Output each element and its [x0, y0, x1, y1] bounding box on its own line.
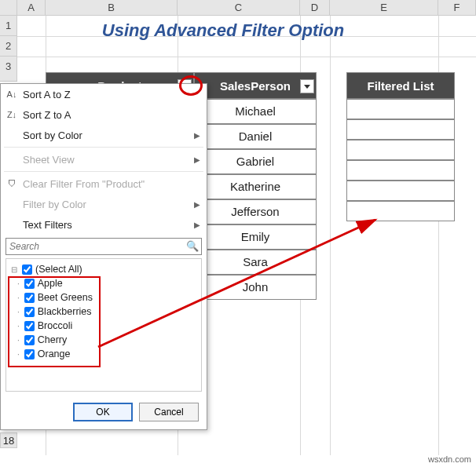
cell-salesperson[interactable]: Sara [194, 250, 317, 275]
menu-sheet-view: Sheet View ▶ [1, 149, 207, 170]
row-header-3[interactable]: 3 [0, 57, 17, 82]
cell-filtered[interactable] [346, 160, 455, 181]
menu-text-filters[interactable]: Text Filters ▶ [1, 214, 207, 235]
menu-clear-filter: ⛉ Clear Filter From "Product" [1, 173, 207, 194]
chevron-right-icon: ▶ [194, 131, 200, 140]
checkbox-item[interactable] [24, 279, 35, 289]
cell-salesperson[interactable]: Daniel [194, 124, 317, 149]
menu-filter-color-label: Filter by Color [23, 199, 86, 210]
item-label: Blackberries [38, 306, 92, 317]
sort-za-icon: Z↓ [5, 108, 18, 121]
filter-dropdown-salesperson[interactable] [300, 79, 314, 93]
page-title: Using Advanced Filter Option [74, 20, 372, 41]
checkbox-item[interactable] [24, 321, 35, 331]
checkbox-item[interactable] [24, 293, 35, 303]
chevron-right-icon: ▶ [194, 221, 200, 229]
cell-filtered[interactable] [346, 181, 455, 201]
header-salesperson[interactable]: SalesPerson [194, 72, 317, 99]
select-all-label: (Select All) [35, 264, 82, 275]
cell-filtered[interactable] [346, 119, 455, 140]
header-sales-label: SalesPerson [220, 79, 291, 93]
cell-filtered[interactable] [346, 201, 455, 221]
column-headers: A B C D E F [0, 0, 476, 16]
filter-menu: A↓ Sort A to Z Z↓ Sort Z to A Sort by Co… [0, 83, 207, 430]
menu-filter-by-color: Filter by Color ▶ [1, 194, 207, 214]
col-header-e[interactable]: E [330, 0, 438, 15]
item-label: Orange [38, 348, 71, 359]
checkbox-item[interactable] [24, 307, 35, 317]
menu-sort-az-label: Sort A to Z [23, 89, 71, 100]
item-label: Cherry [38, 334, 68, 345]
search-icon: 🔍 [186, 240, 199, 252]
menu-sort-color-label: Sort by Color [23, 130, 82, 141]
col-header-f[interactable]: F [438, 0, 476, 15]
menu-sort-za[interactable]: Z↓ Sort Z to A [1, 104, 207, 125]
menu-sheet-view-label: Sheet View [23, 154, 75, 166]
cell-salesperson[interactable]: John [194, 275, 317, 300]
item-label: Beet Greens [38, 292, 93, 303]
menu-text-filters-label: Text Filters [23, 219, 72, 231]
sort-az-icon: A↓ [5, 88, 18, 100]
select-all-corner[interactable] [0, 0, 17, 15]
menu-clear-label: Clear Filter From "Product" [23, 178, 145, 190]
row-header-2[interactable]: 2 [0, 36, 17, 57]
chevron-right-icon: ▶ [194, 200, 200, 209]
ok-button[interactable]: OK [73, 403, 133, 421]
menu-sort-by-color[interactable]: Sort by Color ▶ [1, 125, 207, 145]
cancel-button[interactable]: Cancel [139, 403, 199, 421]
checkbox-item[interactable] [24, 335, 35, 345]
cell-salesperson[interactable]: Gabriel [194, 149, 317, 174]
menu-sort-az[interactable]: A↓ Sort A to Z [1, 84, 207, 104]
menu-sort-za-label: Sort Z to A [23, 109, 71, 121]
col-header-d[interactable]: D [300, 0, 330, 15]
col-header-c[interactable]: C [178, 0, 300, 15]
header-filtered-label: Filtered List [367, 79, 434, 93]
cell-filtered[interactable] [346, 140, 455, 160]
checkbox-select-all[interactable] [22, 265, 32, 275]
clear-filter-icon: ⛉ [5, 177, 18, 190]
filter-search-input[interactable] [5, 238, 202, 255]
menu-separator [4, 147, 203, 148]
col-header-b[interactable]: B [46, 0, 178, 15]
item-label: Broccoli [38, 320, 72, 331]
cell-filtered[interactable] [346, 99, 455, 119]
cell-salesperson[interactable]: Michael [194, 99, 317, 124]
checkbox-item[interactable] [24, 349, 35, 359]
row-header-1[interactable]: 1 [0, 16, 17, 36]
cell-salesperson[interactable]: Katherine [194, 174, 317, 199]
chevron-right-icon: ▶ [194, 155, 200, 164]
header-filtered-list[interactable]: Filtered List [346, 72, 455, 99]
cell-salesperson[interactable]: Jefferson [194, 199, 317, 224]
watermark: wsxdn.com [428, 454, 471, 464]
row-header-18[interactable]: 18 [0, 432, 17, 448]
menu-separator [4, 171, 203, 172]
filter-values-tree[interactable]: ⊟(Select All) ·Apple ·Beet Greens ·Black… [5, 258, 202, 392]
col-header-a[interactable]: A [17, 0, 46, 15]
item-label: Apple [38, 278, 63, 289]
cell-salesperson[interactable]: Emily [194, 224, 317, 250]
